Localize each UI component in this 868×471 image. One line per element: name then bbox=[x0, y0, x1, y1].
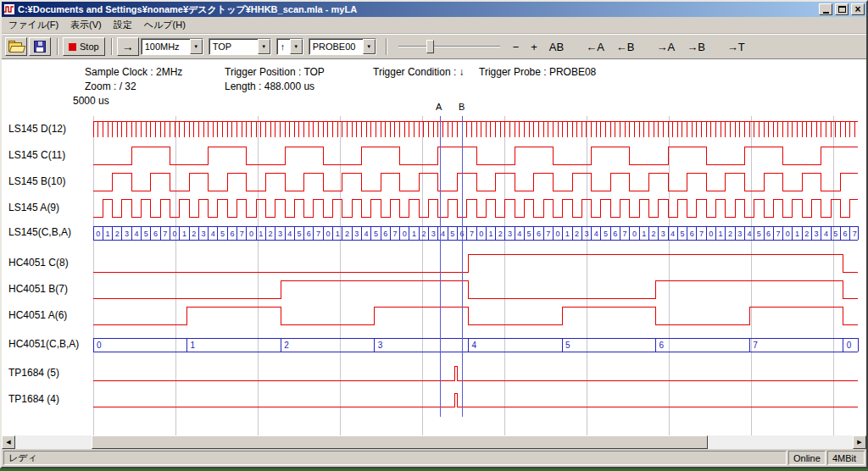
trigger-position-value: TOP bbox=[209, 39, 258, 54]
svg-text:0: 0 bbox=[632, 230, 637, 238]
move-left-to-b-button[interactable]: ←B bbox=[613, 39, 638, 55]
status-message: レディ bbox=[3, 451, 787, 465]
svg-text:4: 4 bbox=[594, 230, 598, 238]
zoom-in-button[interactable]: + bbox=[527, 39, 541, 55]
svg-text:1: 1 bbox=[488, 230, 492, 238]
svg-text:7: 7 bbox=[470, 230, 474, 238]
svg-text:0: 0 bbox=[96, 230, 100, 238]
menu-item-1[interactable]: ファイル(F) bbox=[3, 17, 64, 33]
chevron-down-icon[interactable]: ▼ bbox=[190, 39, 203, 54]
status-bar: レディ Online 4MBit bbox=[2, 449, 866, 467]
sample-rate-select[interactable]: 100MHz▼ bbox=[141, 38, 203, 55]
goto-trigger-button[interactable]: →T bbox=[724, 39, 748, 55]
chevron-down-icon[interactable]: ▼ bbox=[258, 39, 270, 54]
menu-item-2[interactable]: 表示(V) bbox=[64, 17, 108, 33]
move-right-to-a-button[interactable]: →A bbox=[654, 39, 679, 55]
svg-text:7: 7 bbox=[240, 230, 244, 238]
chevron-down-icon[interactable]: ▼ bbox=[290, 39, 303, 54]
scrollbar-thumb[interactable] bbox=[92, 435, 708, 449]
channel-wave-4 bbox=[93, 199, 858, 217]
zoom-out-button[interactable]: − bbox=[509, 39, 523, 55]
status-online: Online bbox=[788, 451, 826, 465]
stop-label: Stop bbox=[80, 42, 99, 52]
cursor-a-label[interactable]: A bbox=[436, 102, 442, 112]
scrollbar-track[interactable] bbox=[15, 435, 853, 449]
minimize-icon bbox=[823, 12, 829, 14]
svg-text:0: 0 bbox=[479, 230, 483, 238]
waveform-area[interactable]: 0123456701234567012345670123456701234567… bbox=[2, 116, 868, 439]
channel-label-3: LS145 B(10) bbox=[8, 175, 65, 187]
svg-text:4: 4 bbox=[211, 230, 215, 238]
title-bar[interactable]: C:¥Documents and Settings¥noname¥デスクトップ¥… bbox=[2, 2, 866, 17]
zoom-slider[interactable] bbox=[398, 38, 500, 55]
channel-wave-7 bbox=[93, 280, 858, 298]
horizontal-scrollbar[interactable]: ◀ ▶ bbox=[2, 435, 866, 449]
channel-wave-8 bbox=[93, 307, 858, 324]
svg-text:2: 2 bbox=[728, 230, 732, 238]
svg-text:4: 4 bbox=[517, 230, 521, 238]
cursor-lines[interactable] bbox=[440, 116, 462, 417]
svg-text:6: 6 bbox=[153, 230, 158, 238]
maximize-button[interactable] bbox=[835, 3, 849, 15]
svg-text:3: 3 bbox=[125, 230, 129, 238]
svg-text:4: 4 bbox=[134, 230, 138, 238]
svg-text:2: 2 bbox=[115, 230, 120, 238]
channel-wave-9: 012345670 bbox=[93, 338, 858, 352]
svg-text:5: 5 bbox=[374, 230, 378, 238]
ab-cursors-button[interactable]: AB bbox=[546, 39, 567, 55]
chevron-down-icon[interactable]: ▼ bbox=[363, 39, 376, 54]
svg-text:0: 0 bbox=[173, 230, 177, 238]
svg-text:5: 5 bbox=[220, 230, 225, 238]
run-button[interactable]: → bbox=[117, 37, 139, 56]
slider-groove bbox=[398, 46, 500, 47]
svg-text:7: 7 bbox=[753, 341, 758, 350]
channel-label-4: LS145 A(9) bbox=[8, 202, 59, 213]
svg-text:2: 2 bbox=[284, 341, 289, 350]
svg-text:3: 3 bbox=[508, 230, 512, 238]
trigger-condition-text: Trigger Condition : ↓ bbox=[373, 66, 465, 78]
trigger-position-select[interactable]: TOP▼ bbox=[209, 38, 271, 55]
channel-label-10: TP1684 (5) bbox=[8, 367, 59, 379]
trigger-edge-select[interactable]: ↑▼ bbox=[276, 38, 303, 55]
svg-text:2: 2 bbox=[498, 230, 503, 238]
cursor-b-label[interactable]: B bbox=[459, 102, 465, 112]
svg-text:7: 7 bbox=[316, 230, 320, 238]
trigger-probe-select[interactable]: PROBE00▼ bbox=[309, 38, 376, 55]
menu-item-4[interactable]: ヘルプ(H) bbox=[138, 17, 192, 33]
svg-text:0: 0 bbox=[847, 341, 852, 350]
move-right-to-b-button[interactable]: →B bbox=[683, 39, 709, 55]
svg-text:7: 7 bbox=[776, 230, 780, 238]
window-title: C:¥Documents and Settings¥noname¥デスクトップ¥… bbox=[18, 3, 816, 16]
waveform-canvas[interactable]: 0123456701234567012345670123456701234567… bbox=[2, 116, 868, 439]
channel-label-8: HC4051 A(6) bbox=[8, 309, 67, 321]
svg-text:1: 1 bbox=[565, 230, 570, 238]
minimize-button[interactable] bbox=[819, 3, 832, 15]
toolbar-separator bbox=[111, 38, 113, 55]
channel-label-1: LS145 D(12) bbox=[8, 123, 66, 135]
svg-text:7: 7 bbox=[392, 230, 397, 238]
close-button[interactable]: × bbox=[851, 3, 865, 15]
svg-text:2: 2 bbox=[575, 230, 579, 238]
channel-label-9: HC4051(C,B,A) bbox=[8, 338, 79, 350]
svg-text:6: 6 bbox=[537, 230, 541, 238]
svg-text:5: 5 bbox=[565, 341, 570, 350]
stop-button[interactable]: Stop bbox=[63, 37, 105, 56]
app-icon bbox=[3, 3, 15, 15]
channel-wave-2 bbox=[93, 147, 858, 164]
stop-icon bbox=[69, 43, 76, 51]
menu-item-3[interactable]: 設定 bbox=[108, 17, 138, 33]
trigger-probe-text: Trigger Probe : PROBE08 bbox=[479, 66, 596, 78]
zoom-text: Zoom : / 32 bbox=[85, 80, 136, 92]
run-arrow-icon: → bbox=[122, 40, 134, 53]
channel-label-5: LS145(C,B,A) bbox=[8, 226, 71, 238]
menu-bar: ファイル(F)表示(V)設定ヘルプ(H) bbox=[2, 17, 866, 34]
svg-text:5: 5 bbox=[527, 230, 531, 238]
save-button[interactable] bbox=[29, 37, 51, 56]
svg-text:6: 6 bbox=[307, 230, 311, 238]
slider-thumb[interactable] bbox=[426, 40, 434, 53]
open-button[interactable] bbox=[5, 37, 27, 56]
svg-text:3: 3 bbox=[201, 230, 205, 238]
move-left-to-a-button[interactable]: ←A bbox=[582, 39, 608, 55]
svg-text:5: 5 bbox=[450, 230, 454, 238]
svg-text:6: 6 bbox=[383, 230, 387, 238]
